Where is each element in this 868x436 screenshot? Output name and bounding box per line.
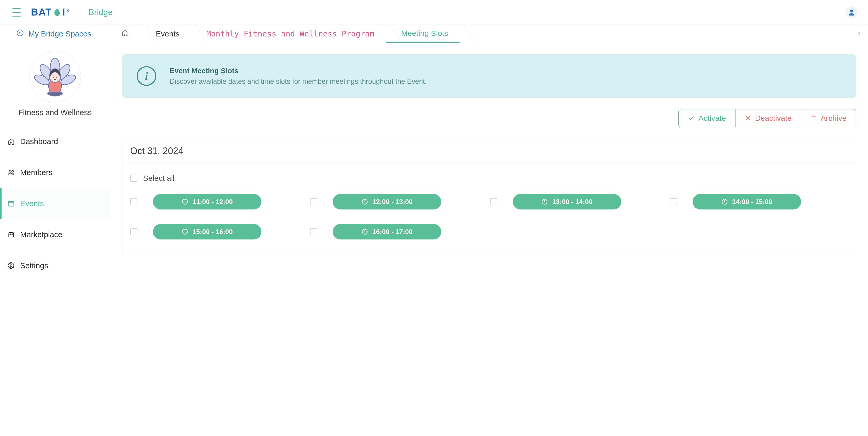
logo-text-1: BAT — [31, 7, 52, 18]
registered-icon: ® — [67, 8, 70, 13]
slot-label: 11:00 - 12:00 — [192, 198, 233, 206]
slot-label: 14:00 - 15:00 — [732, 198, 772, 206]
nav-label: Settings — [20, 261, 48, 270]
slot-cell: 13:00 - 14:00 — [490, 194, 668, 209]
clock-icon — [541, 198, 548, 205]
top-bar: BAT I ® Bridge — [0, 0, 868, 25]
nav-label: Marketplace — [20, 230, 62, 239]
breadcrumb-events[interactable]: Events — [140, 25, 191, 43]
slot-label: 13:00 - 14:00 — [552, 198, 592, 206]
card-date-header: Oct 31, 2024 — [122, 139, 856, 164]
slot-pill[interactable]: 16:00 - 17:00 — [333, 224, 441, 239]
space-avatar[interactable] — [29, 51, 81, 103]
nav-settings[interactable]: Settings — [0, 250, 110, 281]
breadcrumb: Events Monthly Fitness and Wellness Prog… — [110, 25, 868, 43]
crumb-label: Monthly Fitness and Wellness Program — [207, 29, 374, 38]
page-body: i Event Meeting Slots Discover available… — [110, 43, 868, 254]
deactivate-button[interactable]: Deactivate — [735, 109, 801, 127]
slot-pill[interactable]: 12:00 - 13:00 — [333, 194, 441, 209]
breadcrumb-collapse-button[interactable] — [850, 25, 868, 43]
banner-title: Event Meeting Slots — [170, 67, 427, 75]
space-header: Fitness and Wellness — [0, 43, 110, 126]
slot-checkbox[interactable] — [490, 198, 497, 205]
info-icon: i — [137, 66, 156, 86]
slot-checkbox[interactable] — [670, 198, 677, 205]
svg-point-11 — [10, 265, 12, 266]
back-link-label: My Bridge Spaces — [28, 29, 91, 38]
slot-checkbox[interactable] — [130, 228, 137, 235]
trash-icon — [810, 115, 817, 121]
back-to-spaces-link[interactable]: My Bridge Spaces — [0, 25, 110, 43]
svg-rect-10 — [8, 201, 14, 206]
info-banner: i Event Meeting Slots Discover available… — [122, 54, 856, 98]
home-icon — [7, 138, 15, 145]
home-icon — [122, 29, 129, 38]
nav-marketplace[interactable]: Marketplace — [0, 219, 110, 250]
slot-label: 15:00 - 16:00 — [192, 228, 233, 236]
btn-label: Archive — [821, 114, 846, 123]
crumb-label: Meeting Slots — [401, 29, 448, 38]
nav-dashboard[interactable]: Dashboard — [0, 126, 110, 157]
store-icon — [7, 231, 15, 238]
archive-button[interactable]: Archive — [801, 109, 856, 127]
slot-checkbox[interactable] — [310, 198, 317, 205]
clock-icon — [362, 228, 368, 235]
svg-point-8 — [9, 170, 11, 172]
app-name[interactable]: Bridge — [89, 7, 113, 17]
slot-cell: 12:00 - 13:00 — [310, 194, 488, 209]
brand-logo[interactable]: BAT I ® — [31, 7, 70, 18]
actions-row: Activate Deactivate Archive — [122, 109, 856, 127]
users-icon — [7, 169, 15, 176]
breadcrumb-program[interactable]: Monthly Fitness and Wellness Program — [191, 25, 386, 43]
nav-events[interactable]: Events — [0, 188, 110, 219]
clock-icon — [182, 198, 188, 205]
leaf-icon — [53, 8, 62, 17]
slot-pill[interactable]: 14:00 - 15:00 — [692, 194, 801, 209]
slot-checkbox[interactable] — [130, 198, 137, 205]
slot-checkbox[interactable] — [310, 228, 317, 235]
slot-pill[interactable]: 15:00 - 16:00 — [153, 224, 261, 239]
close-icon — [745, 115, 751, 121]
gear-icon — [7, 262, 15, 269]
slot-label: 16:00 - 17:00 — [372, 228, 412, 236]
slot-pill[interactable]: 11:00 - 12:00 — [153, 194, 261, 209]
breadcrumb-current: Meeting Slots — [386, 25, 460, 43]
nav-label: Events — [20, 199, 44, 208]
select-all-row[interactable]: Select all — [130, 174, 848, 182]
select-all-checkbox[interactable] — [130, 175, 137, 182]
svg-point-9 — [11, 170, 13, 172]
slot-cell: 14:00 - 15:00 — [670, 194, 848, 209]
activate-button[interactable]: Activate — [678, 109, 736, 127]
slot-cell: 15:00 - 16:00 — [130, 224, 308, 239]
slot-label: 12:00 - 13:00 — [372, 198, 412, 206]
crumb-label: Events — [156, 29, 180, 38]
clock-icon — [182, 228, 188, 235]
btn-label: Activate — [698, 114, 726, 123]
clock-icon — [721, 198, 728, 205]
svg-point-0 — [850, 9, 853, 12]
breadcrumb-home[interactable] — [110, 25, 140, 43]
clock-icon — [362, 198, 368, 205]
nav-members[interactable]: Members — [0, 157, 110, 188]
nav-label: Dashboard — [20, 137, 58, 146]
banner-desc: Discover available dates and time slots … — [170, 78, 427, 86]
slot-cell: 11:00 - 12:00 — [130, 194, 308, 209]
nav-label: Members — [20, 168, 53, 177]
menu-icon[interactable] — [12, 8, 21, 17]
btn-label: Deactivate — [755, 114, 792, 123]
calendar-icon — [7, 200, 15, 207]
date-card: Oct 31, 2024 Select all 11:00 - 12:0012:… — [122, 139, 856, 254]
user-avatar-button[interactable] — [845, 6, 858, 19]
select-all-label: Select all — [143, 174, 175, 182]
sidebar: My Bridge Spaces — [0, 25, 110, 436]
slot-cell: 16:00 - 17:00 — [310, 224, 488, 239]
slots-grid: 11:00 - 12:0012:00 - 13:0013:00 - 14:001… — [130, 194, 848, 239]
logo-text-2: I — [62, 7, 66, 18]
slot-pill[interactable]: 13:00 - 14:00 — [513, 194, 621, 209]
space-name: Fitness and Wellness — [18, 108, 92, 117]
back-arrow-icon — [17, 29, 24, 38]
check-icon — [688, 115, 695, 121]
